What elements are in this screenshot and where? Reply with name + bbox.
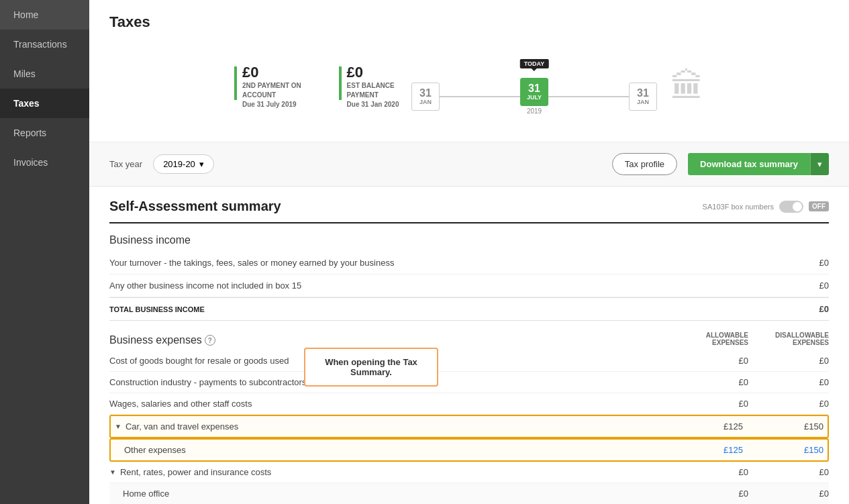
- expand-icon-5: ▼: [109, 468, 116, 476]
- download-tax-summary-button[interactable]: Download tax summary: [688, 153, 810, 175]
- help-icon[interactable]: ?: [205, 335, 215, 346]
- sidebar-item-transactions[interactable]: Transactions: [0, 30, 89, 59]
- expenses-header: Business expenses ? ALLOWABLEEXPENSES DI…: [109, 321, 829, 350]
- sidebar-item-reports[interactable]: Reports: [0, 118, 89, 148]
- payment-bar-2: [339, 66, 342, 100]
- expense-row-2: Wages, salaries and other staff costs £0…: [109, 393, 829, 415]
- payment-2: £0 EST BALANCE PAYMENT Due 31 Jan 2020: [339, 64, 411, 109]
- sidebar: Home Transactions Miles Taxes Reports In…: [0, 0, 89, 504]
- payment-bar-1: [234, 66, 237, 100]
- tax-year-label: Tax year: [109, 159, 142, 169]
- col-headers: ALLOWABLEEXPENSES DISALLOWABLEEXPENSES: [668, 332, 829, 346]
- date-jan-2: 31 JAN: [629, 83, 657, 111]
- expense-row-3-highlighted: ▼ Car, van and travel expenses £125 £150: [109, 415, 829, 438]
- sidebar-item-taxes[interactable]: Taxes: [0, 89, 89, 118]
- payment-1-label: 2ND PAYMENT ON ACCOUNT Due 31 July 2019: [242, 81, 312, 109]
- col-header-disallowable: DISALLOWABLEEXPENSES: [748, 332, 829, 346]
- toggle-state: OFF: [809, 201, 829, 211]
- payment-boxes: £0 2ND PAYMENT ON ACCOUNT Due 31 July 20…: [234, 64, 411, 109]
- today-badge: TODAY: [520, 59, 549, 68]
- expense-row-6-sub: Home office £0 £0: [109, 483, 829, 504]
- expand-icon-3: ▼: [115, 423, 121, 430]
- date-july-active: 31 JULY 2019: [520, 78, 548, 115]
- summary-content: Self-Assessment summary SA103F box numbe…: [89, 187, 849, 504]
- expense-row-5: ▼ Rent, rates, power and insurance costs…: [109, 462, 829, 483]
- controls-row: Tax year 2019-20 ▾ Tax profile Download …: [89, 142, 849, 187]
- business-income-heading: Business income: [109, 223, 829, 252]
- total-income-row: TOTAL BUSINESS INCOME £0: [109, 297, 829, 321]
- expense-row-4-sub-highlighted: Other expenses £125 £150: [109, 438, 829, 462]
- payment-2-label: EST BALANCE PAYMENT Due 31 Jan 2020: [347, 81, 411, 109]
- income-row-0: Your turnover - the takings, fees, sales…: [109, 252, 829, 274]
- col-header-allowable: ALLOWABLEEXPENSES: [668, 332, 748, 346]
- payment-2-amount: £0: [347, 64, 411, 81]
- toggle-switch[interactable]: [779, 201, 803, 213]
- summary-title: Self-Assessment summary: [109, 199, 281, 214]
- expenses-title: Business expenses ?: [109, 334, 215, 346]
- sa103f-toggle[interactable]: SA103F box numbers OFF: [703, 201, 829, 213]
- download-btn-dropdown[interactable]: ▾: [810, 153, 829, 175]
- payment-1-amount: £0: [242, 64, 312, 81]
- timeline-line-1: [440, 96, 520, 97]
- tax-year-select[interactable]: 2019-20 ▾: [153, 154, 214, 174]
- timeline-section: £0 2ND PAYMENT ON ACCOUNT Due 31 July 20…: [89, 38, 849, 142]
- sidebar-item-home[interactable]: Home: [0, 0, 89, 30]
- income-row-1: Any other business income not included i…: [109, 274, 829, 297]
- tax-profile-button[interactable]: Tax profile: [612, 153, 677, 175]
- date-jan-1: 31 JAN: [411, 83, 440, 111]
- sidebar-item-invoices[interactable]: Invoices: [0, 148, 89, 177]
- expense-row-0: Cost of goods bought for resale or goods…: [109, 350, 829, 372]
- big-ben-icon: 🏛: [670, 67, 704, 106]
- download-btn-group: Download tax summary ▾: [688, 153, 829, 175]
- expense-row-1: Construction industry - payments to subc…: [109, 372, 829, 393]
- summary-header: Self-Assessment summary SA103F box numbe…: [109, 187, 829, 223]
- sidebar-item-miles[interactable]: Miles: [0, 59, 89, 89]
- page-title: Taxes: [89, 0, 849, 38]
- chevron-down-icon: ▾: [199, 159, 204, 169]
- timeline-line-2: [548, 96, 629, 97]
- payment-1: £0 2ND PAYMENT ON ACCOUNT Due 31 July 20…: [234, 64, 312, 109]
